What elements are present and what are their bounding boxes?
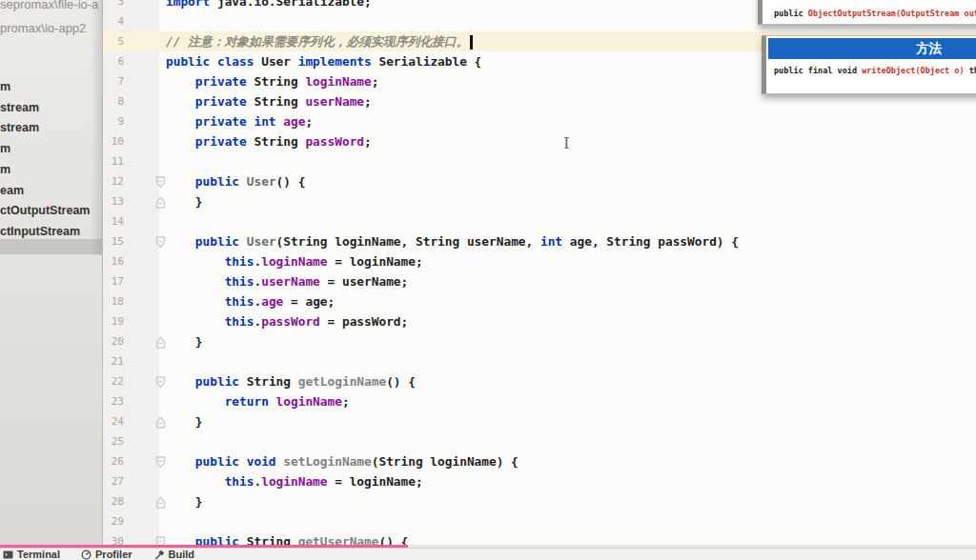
code-line[interactable]: 26 public void setLoginName(String login… — [102, 451, 976, 471]
code-line[interactable]: 29 — [102, 511, 976, 531]
code-line[interactable]: 24 } — [102, 411, 976, 431]
fold-marker-icon[interactable] — [155, 375, 166, 388]
terminal-tool-button[interactable]: Terminal — [3, 549, 60, 560]
code-line[interactable]: 8 private String userName; — [102, 91, 976, 111]
code-line[interactable]: 19 this.passWord = passWord; — [102, 311, 976, 331]
tree-item[interactable]: stream — [0, 118, 39, 138]
profiler-tool-button[interactable]: Profiler — [81, 549, 132, 560]
terminal-label: Terminal — [17, 549, 60, 560]
line-number[interactable]: 20 — [103, 331, 124, 351]
line-number[interactable]: 15 — [103, 231, 124, 251]
code-text: } — [166, 191, 203, 211]
line-number[interactable]: 9 — [103, 111, 124, 131]
tree-item[interactable]: stream — [0, 98, 39, 118]
ide-window: 3import java.io.Serializable;45// 注意：对象如… — [0, 0, 976, 560]
code-line[interactable]: 9 private int age; — [102, 111, 976, 131]
code-text: } — [166, 331, 203, 351]
code-line[interactable]: 15 public User(String loginName, String … — [102, 231, 976, 251]
line-number[interactable]: 19 — [103, 311, 124, 331]
line-number[interactable]: 21 — [103, 351, 124, 371]
project-path-label[interactable]: promax\io-app2 — [0, 21, 86, 35]
constructor-signature-popup: public ObjectOutputStream(OutputStream o… — [758, 0, 976, 25]
code-line[interactable]: 16 this.loginName = loginName; — [102, 251, 976, 271]
fold-marker-icon[interactable] — [155, 415, 166, 428]
code-line[interactable]: 25 — [102, 431, 976, 451]
tool-window-bar: Terminal Profiler Build — [0, 548, 976, 560]
fold-marker-icon[interactable] — [155, 175, 166, 188]
tree-item[interactable]: m — [0, 139, 10, 159]
line-number[interactable]: 5 — [103, 31, 124, 51]
code-line[interactable]: 23 return loginName; — [102, 391, 976, 411]
code-line[interactable]: 14 — [102, 211, 976, 231]
code-text: } — [166, 411, 203, 431]
profiler-icon — [81, 550, 92, 560]
code-line[interactable]: 20 } — [102, 331, 976, 351]
code-text: this.userName = userName; — [166, 271, 408, 291]
code-line[interactable]: 18 this.age = age; — [102, 291, 976, 311]
tree-item[interactable]: m — [0, 160, 10, 180]
build-icon — [153, 550, 165, 560]
project-path-label[interactable]: sepromax\file-io-a — [0, 0, 98, 11]
profiler-label: Profiler — [95, 549, 132, 560]
line-number[interactable]: 3 — [103, 0, 124, 11]
code-text: public void setLoginName(String loginNam… — [166, 451, 518, 471]
code-text: this.loginName = loginName; — [166, 471, 423, 491]
line-number[interactable]: 16 — [103, 251, 124, 271]
code-text: private String userName; — [166, 91, 372, 111]
tree-item[interactable]: m — [0, 77, 10, 97]
line-number[interactable]: 22 — [103, 371, 124, 391]
line-number[interactable]: 27 — [103, 471, 124, 491]
code-text: public String getLoginName() { — [166, 371, 416, 391]
method-doc-popup: 方法 public final void writeObject(Object … — [762, 35, 976, 94]
line-number[interactable]: 10 — [103, 131, 124, 151]
tree-selected-item[interactable] — [0, 239, 102, 254]
tree-item[interactable]: eam — [0, 181, 24, 201]
line-number[interactable]: 6 — [103, 51, 124, 71]
fold-marker-icon[interactable] — [155, 455, 166, 468]
line-number[interactable]: 25 — [103, 431, 124, 451]
fold-marker-icon[interactable] — [155, 235, 166, 248]
method-doc-title: 方法 — [768, 38, 976, 59]
code-text: return loginName; — [166, 391, 350, 411]
tree-item[interactable]: ctOutputStream — [0, 201, 90, 221]
terminal-icon — [3, 550, 13, 560]
line-number[interactable]: 29 — [103, 511, 124, 531]
fold-marker-icon[interactable] — [155, 335, 166, 348]
line-number[interactable]: 7 — [103, 71, 124, 91]
code-text: // 注意：对象如果需要序列化，必须实现序列化接口。 — [166, 31, 473, 51]
line-number[interactable]: 8 — [103, 91, 124, 111]
code-text: this.loginName = loginName; — [166, 251, 423, 271]
code-text: } — [166, 491, 203, 511]
code-line[interactable]: 17 this.userName = userName; — [102, 271, 976, 291]
code-text: private String passWord; — [166, 131, 372, 151]
code-line[interactable]: 12 public User() { — [102, 171, 976, 191]
project-sidebar: sepromax\file-io-apromax\io-app2 mstream… — [0, 0, 103, 548]
code-line[interactable]: 22 public String getLoginName() { — [102, 371, 976, 391]
fold-marker-icon[interactable] — [155, 195, 166, 208]
line-number[interactable]: 12 — [103, 171, 124, 191]
code-line[interactable]: 10 private String passWord; — [102, 131, 976, 151]
code-text: import java.io.Serializable; — [166, 0, 372, 11]
fold-marker-icon[interactable] — [155, 495, 166, 508]
sidebar-shade — [91, 0, 102, 255]
build-tool-button[interactable]: Build — [153, 549, 195, 560]
code-line[interactable]: 11 — [102, 151, 976, 171]
code-text: this.age = age; — [166, 291, 335, 311]
text-caret — [470, 35, 473, 50]
line-number[interactable]: 4 — [103, 11, 124, 31]
line-number[interactable]: 11 — [103, 151, 124, 171]
line-number[interactable]: 14 — [103, 211, 124, 231]
line-number[interactable]: 26 — [103, 451, 124, 471]
constructor-signature-text: public ObjectOutputStream(OutputStream o… — [774, 9, 976, 18]
line-number[interactable]: 24 — [103, 411, 124, 431]
code-line[interactable]: 13 } — [102, 191, 976, 211]
line-number[interactable]: 13 — [103, 191, 124, 211]
code-line[interactable]: 28 } — [102, 491, 976, 511]
code-line[interactable]: 21 — [102, 351, 976, 371]
line-number[interactable]: 28 — [103, 491, 124, 511]
line-number[interactable]: 18 — [103, 291, 124, 311]
code-text: private String loginName; — [166, 71, 378, 91]
code-line[interactable]: 27 this.loginName = loginName; — [102, 471, 976, 491]
line-number[interactable]: 23 — [103, 391, 124, 411]
line-number[interactable]: 17 — [103, 271, 124, 291]
